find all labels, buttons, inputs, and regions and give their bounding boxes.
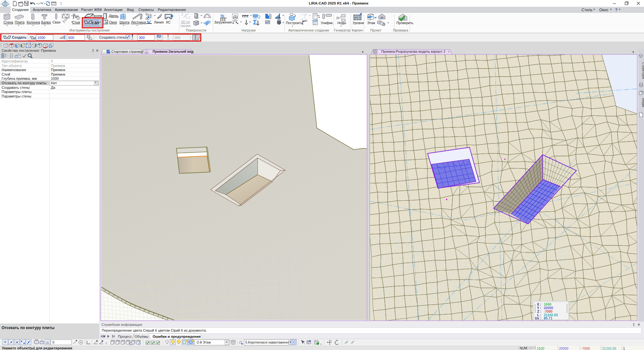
svg-text:Виды: Виды — [642, 98, 644, 107]
svg-text:Колонна: Колонна — [27, 20, 40, 24]
svg-text:Проем: Проем — [92, 14, 102, 18]
svg-text:Линия: Линия — [154, 20, 164, 24]
svg-text:Σ: Σ — [253, 19, 257, 26]
svg-text:Дверь: Дверь — [109, 14, 118, 18]
svg-text:300: 300 — [139, 36, 145, 40]
svg-text:Построить: Построить — [286, 21, 303, 25]
svg-text:Создать: Создать — [12, 35, 26, 39]
svg-text:x: x — [96, 339, 98, 342]
svg-text:Создавать стены: Создавать стены — [99, 35, 126, 39]
svg-text:Загружения: Загружения — [214, 21, 232, 24]
svg-text:Свая: Свая — [52, 20, 61, 24]
svg-text:Балка: Балка — [41, 20, 51, 24]
svg-text:0: 0 — [52, 340, 54, 344]
svg-text:Ux :: Ux : — [535, 316, 541, 320]
svg-text:600: 600 — [68, 36, 74, 40]
svg-text:-2-й Этаж: -2-й Этаж — [196, 340, 211, 344]
svg-text:1: 1 — [188, 16, 190, 19]
svg-text:КС: КС — [166, 20, 171, 24]
svg-text:Уровни: Уровни — [353, 21, 364, 25]
svg-text:Стена: Стена — [4, 20, 13, 24]
svg-text:Лестница: Лестница — [131, 20, 146, 24]
svg-text:Плита: Плита — [15, 20, 24, 24]
svg-text:y: y — [102, 339, 103, 342]
svg-text:Окно: Окно — [109, 20, 117, 24]
svg-text:Этаж: Этаж — [367, 21, 375, 25]
svg-text:300: 300 — [175, 36, 180, 40]
svg-text:Структура: Структура — [642, 62, 644, 79]
svg-text:85.71: 85.71 — [544, 316, 552, 320]
svg-text:1: 1 — [181, 13, 183, 16]
svg-text:Проверить: Проверить — [396, 21, 413, 25]
svg-text:5.Короткочасні навантаження на: 5.Короткочасні навантаження на — [245, 341, 294, 344]
svg-text:3D по: 3D по — [181, 20, 190, 24]
svg-text:Унифик.: Унифик. — [321, 21, 334, 25]
svg-text:линии: линии — [180, 24, 190, 28]
svg-text:Стык: Стык — [72, 20, 80, 24]
svg-text:± ΔH: ± ΔH — [92, 21, 99, 25]
svg-text:1000: 1000 — [37, 36, 45, 40]
svg-text:№: № — [221, 14, 224, 17]
svg-text:Ноды: Ноды — [337, 21, 346, 25]
svg-text:Шахта: Шахта — [119, 20, 129, 24]
